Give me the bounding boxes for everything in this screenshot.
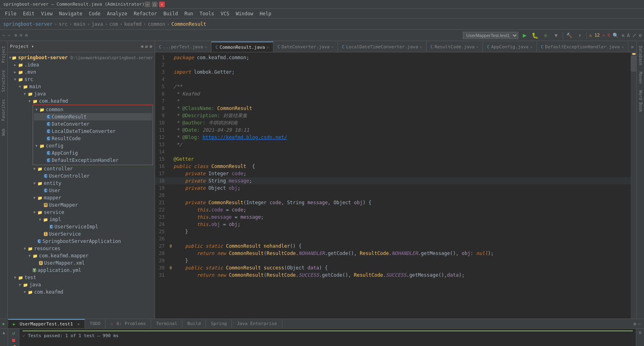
favorites-tab[interactable]: Favorites [0, 96, 6, 124]
bottom-tab-terminal[interactable]: Terminal [151, 319, 182, 328]
breadcrumb-com[interactable]: com [109, 21, 118, 27]
tree-localdatetimeconverter[interactable]: C LocalDateTimeConverter [34, 128, 152, 135]
tree-src[interactable]: ▼ 📁 src [8, 76, 155, 83]
menu-refactor[interactable]: Refactor [130, 10, 160, 17]
tree-defaultexceptionhandler[interactable]: C DefaultExceptionHandler [34, 157, 152, 164]
tree-test-java[interactable]: ▼ 📁 java [8, 281, 155, 288]
tree-root[interactable]: ▼ 📁 springboot-server D:\javaworkspace\s… [8, 54, 155, 61]
tree-commonresult[interactable]: C CommonResult [34, 113, 152, 120]
rerun-button[interactable]: ↺ [12, 330, 15, 336]
run-button[interactable]: ▶ [521, 31, 529, 39]
bottom-tab-spring[interactable]: Spring [206, 319, 232, 328]
menu-view[interactable]: View [38, 10, 56, 17]
tree-service[interactable]: ▼ 📁 service [8, 209, 155, 216]
bottom-tab-java-enterprise[interactable]: Java Enterprise [232, 319, 282, 328]
close-tab-resultcode[interactable]: ✕ [476, 45, 478, 49]
bottom-tab-run[interactable]: ▶ UserMapperTest.test1 ✕ [8, 319, 85, 328]
menu-edit[interactable]: Edit [20, 10, 38, 17]
tab-resultcode[interactable]: C ResultCode.java ✕ [427, 41, 483, 52]
tab-dateconverter[interactable]: C DateConverter.java ✕ [273, 41, 338, 52]
tree-mapper-folder[interactable]: ▼ 📁 com.keafmd.mapper [8, 252, 155, 259]
breadcrumb-class[interactable]: CommonResult [171, 21, 206, 27]
maven-tab[interactable]: Maven [638, 68, 644, 87]
run-settings-icon[interactable]: ⚙ [639, 330, 641, 335]
close-run-tab[interactable]: ✕ [77, 322, 80, 326]
tab-localdatetimeconverter[interactable]: C LocalDateTimeConverter.java ✕ [338, 41, 427, 52]
menu-navigate[interactable]: Navigate [56, 10, 86, 17]
tree-application-yml[interactable]: Y application.yml [8, 267, 155, 274]
tree-springbootserverapplication[interactable]: C SpringbootServerApplication [8, 238, 155, 245]
tree-usermapper[interactable]: M UserMapper [8, 201, 155, 209]
tree-mapper[interactable]: ▼ 📁 mapper [8, 194, 155, 201]
toolbar-translate[interactable]: A [627, 33, 630, 38]
menu-code[interactable]: Code [86, 10, 104, 17]
bottom-minimize[interactable]: – [638, 321, 641, 327]
tree-common[interactable]: ▼ 📁 common [34, 106, 152, 113]
structure-tab[interactable]: Structure [0, 67, 6, 95]
tree-mvn[interactable]: ▶ 📁 .mvn [8, 68, 155, 76]
project-tool-add[interactable]: ⊕ [141, 44, 144, 49]
bottom-tab-problems[interactable]: ⚠ 6: Problems [106, 319, 151, 328]
breadcrumb-src[interactable]: src [59, 21, 68, 27]
tree-user[interactable]: C User [8, 187, 155, 194]
build-button[interactable]: 🔨 [565, 31, 574, 39]
close-tab-appconfig[interactable]: ✕ [530, 45, 532, 49]
menu-analyze[interactable]: Analyze [104, 10, 130, 17]
tree-test-com-keafmd[interactable]: ▼ 📁 com.keafmd [8, 288, 155, 296]
tree-usercontroller[interactable]: C UserController [8, 172, 155, 180]
debug-button[interactable]: 🐛 [531, 31, 539, 39]
run-icon-bottom[interactable]: ▶ [0, 321, 8, 326]
tab-commonresult[interactable]: C CommonResult.java ✕ [211, 41, 273, 52]
run-config-dropdown[interactable]: UserMapperTest.test1 [463, 32, 518, 39]
minimize-button[interactable]: – [145, 2, 150, 7]
menu-file[interactable]: File [2, 10, 20, 17]
tree-main[interactable]: ▼ 📁 main [8, 83, 155, 90]
tab-more-button[interactable]: » [628, 41, 636, 52]
tab-appconfig[interactable]: C AppConfig.java ✕ [483, 41, 537, 52]
tree-resources[interactable]: ▼ 📁 resources [8, 245, 155, 252]
close-tab-localdatetimeconverter[interactable]: ✕ [420, 45, 422, 49]
tree-com-keafmd[interactable]: ▼ 📁 com.keafmd [8, 97, 155, 105]
menu-build[interactable]: Build [160, 10, 181, 17]
breadcrumb-project[interactable]: springboot-server [3, 21, 53, 27]
tree-userservice[interactable]: I UserService [8, 230, 155, 238]
bottom-tab-todo[interactable]: TODO [85, 319, 106, 328]
menu-window[interactable]: Window [232, 10, 256, 17]
breadcrumb-keafmd[interactable]: keafmd [124, 21, 141, 27]
close-tab-defaultexceptionhandler[interactable]: ✕ [621, 45, 624, 49]
close-tab-usermappertest[interactable]: ✕ [205, 45, 207, 49]
database-tab[interactable]: Database [638, 43, 644, 68]
tree-entity[interactable]: ▼ 📁 entity [8, 180, 155, 187]
toolbar-settings[interactable]: ⚙ [639, 33, 642, 38]
code-editor[interactable]: 1 package com.keafmd.common; 2 3 import … [155, 52, 636, 319]
toolbar-search[interactable]: 🔍 ≡ [613, 33, 624, 38]
tree-config[interactable]: ▼ 📁 config [34, 142, 152, 149]
more-run-button[interactable]: ▼ [552, 31, 560, 39]
tab-defaultexceptionhandler[interactable]: C DefaultExceptionHandler.java ✕ [537, 41, 628, 52]
project-tool-settings[interactable]: ⚙ [149, 44, 152, 49]
tree-test[interactable]: ▼ 📁 test [8, 274, 155, 281]
maximize-button[interactable]: □ [152, 2, 157, 7]
project-tool-sync[interactable]: ⇄ [145, 44, 148, 49]
scrollbar-right[interactable] [631, 52, 636, 319]
tree-appconfig[interactable]: C AppConfig [34, 149, 152, 157]
menu-vcs[interactable]: VCS [217, 10, 233, 17]
tree-controller[interactable]: ▼ 📁 controller [8, 165, 155, 172]
menu-run[interactable]: Run [181, 10, 197, 17]
breadcrumb-java[interactable]: java [91, 21, 103, 27]
scrollbar-thumb[interactable] [631, 56, 636, 72]
tree-dateconverter[interactable]: C DateConverter [34, 120, 152, 128]
tree-userserviceimpl[interactable]: C UserServiceImpl [8, 223, 155, 230]
project-tab[interactable]: Project [0, 43, 6, 66]
web-tab[interactable]: Web [0, 125, 6, 139]
breadcrumb-main[interactable]: main [74, 21, 85, 27]
bottom-settings[interactable]: ⚙ [634, 321, 636, 327]
close-tab-dateconverter[interactable]: ✕ [331, 45, 333, 49]
run-scroll-up[interactable]: ▲ [2, 330, 5, 335]
tab-usermappertest[interactable]: C ...perTest.java ✕ [155, 41, 211, 52]
tree-usermapper-xml[interactable]: X UserMapper.xml [8, 259, 155, 267]
close-button[interactable]: ✕ [159, 2, 165, 7]
close-tab-commonresult[interactable]: ✕ [267, 45, 269, 50]
tree-idea[interactable]: ▶ 📁 .idea [8, 61, 155, 68]
coverage-button[interactable]: ⚙ [542, 31, 550, 39]
